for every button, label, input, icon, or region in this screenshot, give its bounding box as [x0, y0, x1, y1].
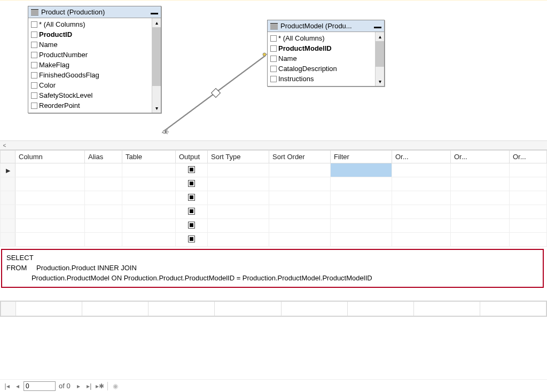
- column-item[interactable]: FinishedGoodsFlag: [30, 70, 150, 80]
- grid-cell[interactable]: [15, 219, 85, 233]
- output-checkbox-icon[interactable]: [188, 222, 195, 229]
- diagram-pane[interactable]: Product (Production) * (All Columns)Prod…: [0, 0, 547, 150]
- grid-cell[interactable]: [392, 205, 451, 219]
- grid-cell[interactable]: [176, 233, 208, 247]
- scroll-down-icon[interactable]: ▾: [376, 77, 384, 86]
- column-checkbox[interactable]: [31, 82, 37, 89]
- grid-cell[interactable]: [451, 177, 510, 191]
- column-item[interactable]: ProductModelID: [269, 43, 373, 53]
- column-item[interactable]: * (All Columns): [269, 33, 373, 43]
- grid-cell[interactable]: [208, 163, 269, 177]
- grid-cell[interactable]: [392, 219, 451, 233]
- grid-cell[interactable]: [176, 205, 208, 219]
- grid-cell[interactable]: [451, 205, 510, 219]
- column-checkbox[interactable]: [270, 56, 277, 62]
- grid-cell[interactable]: [269, 191, 331, 205]
- grid-row[interactable]: [1, 205, 547, 219]
- grid-header[interactable]: Or...: [510, 151, 547, 163]
- grid-cell[interactable]: [331, 219, 392, 233]
- nav-new-button[interactable]: ▸✱: [95, 381, 105, 391]
- grid-row-header[interactable]: [1, 177, 15, 191]
- grid-cell[interactable]: [269, 177, 331, 191]
- table-productmodel-columns[interactable]: * (All Columns)ProductModelIDNameCatalog…: [268, 32, 375, 86]
- grid-cell[interactable]: [451, 163, 510, 177]
- grid-cell[interactable]: [269, 163, 331, 177]
- output-checkbox-icon[interactable]: [188, 194, 195, 201]
- minimize-icon[interactable]: [374, 27, 381, 28]
- column-item[interactable]: SafetyStockLevel: [30, 90, 150, 100]
- grid-cell[interactable]: [331, 233, 392, 247]
- grid-header[interactable]: Alias: [85, 151, 122, 163]
- table-productmodel[interactable]: ProductModel (Produ... * (All Columns)Pr…: [267, 20, 385, 87]
- column-item[interactable]: Color: [30, 80, 150, 90]
- column-checkbox[interactable]: [31, 72, 37, 79]
- column-checkbox[interactable]: [31, 32, 37, 38]
- column-checkbox[interactable]: [31, 92, 37, 99]
- grid-cell[interactable]: [15, 163, 85, 177]
- column-item[interactable]: ReorderPoint: [30, 100, 150, 111]
- table-productmodel-title-bar[interactable]: ProductModel (Produ...: [268, 20, 384, 32]
- grid-cell[interactable]: [451, 191, 510, 205]
- column-item[interactable]: ProductID: [30, 29, 150, 40]
- column-item[interactable]: CatalogDescription: [269, 64, 373, 74]
- join-relationship-line[interactable]: [160, 49, 272, 134]
- grid-cell[interactable]: [331, 177, 392, 191]
- column-checkbox[interactable]: [270, 35, 277, 42]
- grid-header[interactable]: Table: [122, 151, 176, 163]
- nav-next-button[interactable]: ▸: [74, 381, 83, 391]
- grid-cell[interactable]: [122, 163, 176, 177]
- table-product-title-bar[interactable]: Product (Production): [28, 6, 161, 18]
- nav-last-button[interactable]: ▸|: [84, 381, 94, 391]
- grid-cell[interactable]: [208, 233, 269, 247]
- grid-cell[interactable]: [208, 177, 269, 191]
- grid-cell[interactable]: [392, 191, 451, 205]
- column-checkbox[interactable]: [31, 52, 37, 58]
- grid-cell[interactable]: [176, 163, 208, 177]
- grid-header[interactable]: Filter: [331, 151, 392, 163]
- grid-row-header[interactable]: [1, 219, 15, 233]
- grid-cell[interactable]: [510, 205, 547, 219]
- grid-cell[interactable]: [208, 205, 269, 219]
- grid-cell[interactable]: [510, 177, 547, 191]
- grid-cell[interactable]: [331, 205, 392, 219]
- column-item[interactable]: * (All Columns): [30, 19, 150, 29]
- results-pane[interactable]: [0, 301, 547, 317]
- grid-cell[interactable]: [15, 177, 85, 191]
- grid-cell[interactable]: [510, 219, 547, 233]
- table-product-columns[interactable]: * (All Columns)ProductIDNameProductNumbe…: [28, 18, 152, 113]
- table-product[interactable]: Product (Production) * (All Columns)Prod…: [28, 6, 161, 113]
- grid-cell[interactable]: [392, 233, 451, 247]
- grid-cell[interactable]: [122, 205, 176, 219]
- column-item[interactable]: MakeFlag: [30, 60, 150, 70]
- grid-header[interactable]: Output: [176, 151, 208, 163]
- grid-row-header[interactable]: ▶: [1, 163, 15, 177]
- sql-pane[interactable]: SELECT FROMProduction.Product INNER JOIN…: [1, 249, 544, 288]
- grid-cell[interactable]: [122, 191, 176, 205]
- grid-cell[interactable]: [269, 205, 331, 219]
- grid-cell[interactable]: [122, 177, 176, 191]
- column-checkbox[interactable]: [270, 76, 277, 82]
- grid-row[interactable]: [1, 177, 547, 191]
- column-checkbox[interactable]: [31, 103, 37, 109]
- output-checkbox-icon[interactable]: [188, 166, 195, 173]
- scroll-left-icon[interactable]: <: [0, 141, 9, 150]
- grid-row-header[interactable]: [1, 205, 15, 219]
- grid-cell[interactable]: [85, 163, 122, 177]
- grid-cell[interactable]: [208, 191, 269, 205]
- nav-first-button[interactable]: |◂: [2, 381, 12, 391]
- scroll-down-icon[interactable]: ▾: [152, 104, 161, 113]
- grid-cell[interactable]: [176, 219, 208, 233]
- grid-cell[interactable]: [85, 191, 122, 205]
- column-checkbox[interactable]: [270, 45, 277, 52]
- output-checkbox-icon[interactable]: [188, 236, 195, 242]
- grid-cell[interactable]: [269, 233, 331, 247]
- grid-header[interactable]: Or...: [451, 151, 510, 163]
- grid-cell[interactable]: [392, 163, 451, 177]
- grid-cell[interactable]: [15, 205, 85, 219]
- output-checkbox-icon[interactable]: [188, 180, 195, 187]
- grid-cell[interactable]: [85, 177, 122, 191]
- grid-header[interactable]: Or...: [392, 151, 451, 163]
- criteria-grid[interactable]: ColumnAliasTableOutputSort TypeSort Orde…: [0, 150, 547, 247]
- scroll-up-icon[interactable]: ▴: [152, 18, 161, 27]
- scroll-up-icon[interactable]: ▴: [376, 32, 384, 41]
